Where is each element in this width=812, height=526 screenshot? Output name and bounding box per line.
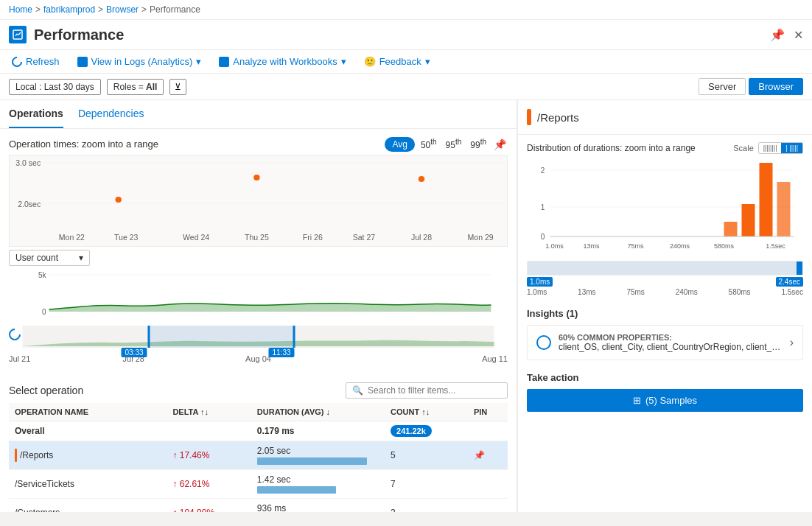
filter-icon-button[interactable]: ⊻ <box>169 79 186 95</box>
scale-label: Scale <box>733 144 754 152</box>
distribution-chart: 2 1 0 Request count 1.0ms 13ms 75ms 240m… <box>527 160 803 256</box>
count-sort-icon: ↑↓ <box>421 407 430 416</box>
insight-chevron-right-icon: › <box>790 336 794 349</box>
breadcrumb-sep1: > <box>35 4 41 15</box>
insight-refresh-icon <box>536 335 551 350</box>
refresh-button[interactable]: Refresh <box>9 55 63 69</box>
insight-card-text: client_OS, client_City, client_CountryOr… <box>559 342 783 352</box>
row-duration-servicetickets: 1.42 sec <box>251 470 385 499</box>
svg-text:2: 2 <box>541 166 545 175</box>
page-title: Performance <box>34 27 124 43</box>
svg-point-6 <box>253 175 259 180</box>
pin-button[interactable]: 📌 <box>770 28 785 42</box>
feedback-button[interactable]: 🙂 Feedback ▾ <box>361 55 433 69</box>
svg-text:Fri 26: Fri 26 <box>303 234 323 242</box>
browser-view-button[interactable]: Browser <box>749 78 803 95</box>
roles-value: All <box>146 82 157 92</box>
col-header-count[interactable]: COUNT ↑↓ <box>385 403 468 421</box>
refresh-icon <box>10 55 24 69</box>
timeline-label-aug11: Aug 11 <box>482 354 508 363</box>
search-icon: 🔍 <box>352 385 363 396</box>
row-delta-customers: ↑ 104.90% <box>167 499 251 513</box>
close-button[interactable]: ✕ <box>794 28 803 42</box>
avg-button[interactable]: Avg <box>385 137 414 152</box>
samples-button[interactable]: ⊞ (5) Samples <box>527 389 803 412</box>
table-row[interactable]: /Reports ↑ 17.46% 2.05 sec 5 📌 <box>9 441 508 470</box>
server-view-button[interactable]: Server <box>699 78 746 95</box>
dist-range-right: 2.4sec <box>776 277 803 287</box>
p50-button[interactable]: 50th <box>418 136 440 152</box>
scale-log-button[interactable]: | ||||| <box>781 143 802 153</box>
breadcrumb-fabrikam[interactable]: fabrikamprod <box>43 4 95 15</box>
svg-text:Tue 23: Tue 23 <box>114 234 139 242</box>
overall-name: Overall <box>9 421 167 441</box>
insights-title: Insights (1) <box>527 308 803 319</box>
breadcrumb-browser[interactable]: Browser <box>106 4 139 15</box>
roles-filter[interactable]: Roles = All <box>107 79 164 95</box>
svg-rect-32 <box>742 204 755 236</box>
col-header-delta[interactable]: DELTA ↑↓ <box>167 403 251 421</box>
svg-text:Wed 24: Wed 24 <box>183 234 209 242</box>
table-row[interactable]: /Customers ↑ 104.90% 936 ms 2 <box>9 499 508 513</box>
svg-text:0: 0 <box>541 233 545 241</box>
svg-rect-22 <box>148 326 150 348</box>
pin-chart-button[interactable]: 📌 <box>492 137 508 152</box>
svg-text:Sat 27: Sat 27 <box>353 234 376 242</box>
col-header-name: OPERATION NAME <box>9 403 167 421</box>
time-range-filter[interactable]: Local : Last 30 days <box>9 79 101 95</box>
col-header-duration[interactable]: DURATION (AVG) ↓ <box>251 403 385 421</box>
timeline-chart <box>9 326 508 351</box>
analyze-button[interactable]: Analyze with Workbooks ▾ <box>216 55 349 69</box>
svg-rect-34 <box>777 182 791 236</box>
overall-duration: 0.179 ms <box>251 421 385 441</box>
analyze-icon <box>219 57 229 67</box>
svg-text:1.5sec: 1.5sec <box>766 242 785 250</box>
col-header-pin: PIN <box>468 403 508 421</box>
overall-pin <box>468 421 508 441</box>
right-panel-title: /Reports <box>537 111 579 124</box>
svg-text:1.0ms: 1.0ms <box>545 242 564 250</box>
breadcrumb-current: Performance <box>150 4 200 15</box>
delta-sort-icon: ↑↓ <box>200 407 209 416</box>
svg-point-7 <box>419 176 424 182</box>
insight-card[interactable]: 60% COMMON PROPERTIES: client_OS, client… <box>527 325 803 360</box>
p99-button[interactable]: 99th <box>467 136 489 152</box>
view-logs-button[interactable]: View in Logs (Analytics) ▾ <box>74 55 205 69</box>
tab-operations[interactable]: Operations <box>9 100 63 128</box>
dist-range-left: 1.0ms <box>527 277 553 287</box>
row-pin-reports[interactable]: 📌 <box>468 441 508 470</box>
svg-text:Jul 28: Jul 28 <box>411 234 432 242</box>
svg-text:5k: 5k <box>38 271 47 279</box>
svg-text:Mon 22: Mon 22 <box>59 234 85 242</box>
feedback-label: Feedback <box>379 56 421 67</box>
user-count-dropdown[interactable]: User count ▾ <box>9 250 90 266</box>
breadcrumb-home[interactable]: Home <box>9 4 32 15</box>
timeline-marker-left: 03:33 <box>121 348 147 357</box>
svg-rect-21 <box>148 326 295 348</box>
table-row[interactable]: /ServiceTickets ↑ 62.61% 1.42 sec 7 <box>9 470 508 499</box>
tab-dependencies[interactable]: Dependencies <box>78 100 144 128</box>
svg-text:240ms: 240ms <box>670 242 690 250</box>
breadcrumb-sep3: > <box>141 4 147 15</box>
timeline-label-jul21: Jul 21 <box>9 354 30 363</box>
timeline-label-aug04: Aug 04 <box>245 354 271 363</box>
insight-card-title: 60% COMMON PROPERTIES: <box>559 333 783 342</box>
row-pin-customers[interactable] <box>468 499 508 513</box>
table-row-overall[interactable]: Overall 0.179 ms 241.22k <box>9 421 508 441</box>
svg-text:3.0 sec: 3.0 sec <box>15 159 41 167</box>
svg-rect-31 <box>724 222 738 236</box>
row-pin-servicetickets[interactable] <box>468 470 508 499</box>
scale-linear-button[interactable]: |||||||| <box>759 143 782 153</box>
overall-delta <box>167 421 251 441</box>
p95-button[interactable]: 95th <box>443 136 465 152</box>
overall-count: 241.22k <box>385 421 468 441</box>
take-action-title: Take action <box>527 372 803 383</box>
svg-text:2.0sec: 2.0sec <box>18 200 41 208</box>
row-delta-servicetickets: ↑ 62.61% <box>167 470 251 499</box>
svg-text:Thu 25: Thu 25 <box>245 234 269 242</box>
scatter-chart: 3.0 sec 2.0sec Mon 22 Tue 23 Wed 24 Thu … <box>10 155 507 244</box>
search-input[interactable] <box>368 385 501 396</box>
svg-text:Mon 29: Mon 29 <box>468 234 494 242</box>
user-count-chevron-icon: ▾ <box>79 253 83 263</box>
row-name-servicetickets: /ServiceTickets <box>9 470 167 499</box>
